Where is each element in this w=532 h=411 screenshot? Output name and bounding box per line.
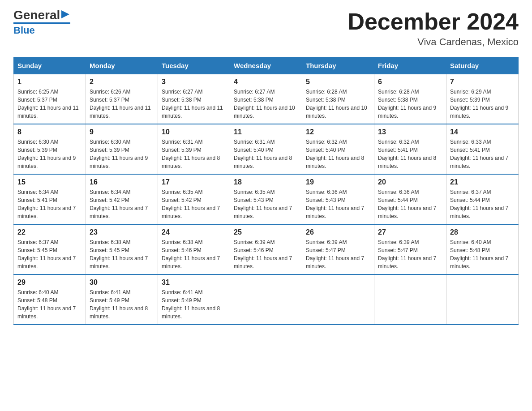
day-number: 27 (378, 228, 442, 236)
table-row: 31Sunrise: 6:41 AMSunset: 5:49 PMDayligh… (158, 274, 230, 325)
col-monday: Monday (86, 57, 158, 74)
day-number: 29 (17, 278, 82, 287)
day-info: Sunrise: 6:30 AMSunset: 5:39 PMDaylight:… (17, 138, 82, 170)
month-title: December 2024 (348, 9, 519, 34)
calendar-week-row: 8Sunrise: 6:30 AMSunset: 5:39 PMDaylight… (14, 124, 519, 174)
day-info: Sunrise: 6:35 AMSunset: 5:42 PMDaylight:… (162, 188, 226, 220)
day-number: 19 (306, 178, 370, 186)
day-info: Sunrise: 6:38 AMSunset: 5:45 PMDaylight:… (90, 238, 154, 270)
calendar-week-row: 1Sunrise: 6:25 AMSunset: 5:37 PMDaylight… (14, 74, 519, 124)
day-info: Sunrise: 6:39 AMSunset: 5:47 PMDaylight:… (378, 238, 442, 270)
day-number: 10 (162, 128, 226, 136)
day-number: 11 (234, 128, 298, 136)
day-info: Sunrise: 6:31 AMSunset: 5:40 PMDaylight:… (234, 138, 298, 170)
day-number: 13 (378, 128, 442, 136)
day-number: 1 (17, 78, 82, 86)
table-row: 25Sunrise: 6:39 AMSunset: 5:46 PMDayligh… (230, 224, 302, 274)
table-row: 8Sunrise: 6:30 AMSunset: 5:39 PMDaylight… (14, 124, 86, 174)
calendar-week-row: 22Sunrise: 6:37 AMSunset: 5:45 PMDayligh… (14, 224, 519, 274)
table-row: 7Sunrise: 6:29 AMSunset: 5:39 PMDaylight… (446, 74, 519, 124)
day-number: 26 (306, 228, 370, 236)
table-row (374, 274, 446, 325)
day-info: Sunrise: 6:32 AMSunset: 5:40 PMDaylight:… (306, 138, 370, 170)
table-row: 30Sunrise: 6:41 AMSunset: 5:49 PMDayligh… (86, 274, 158, 325)
table-row: 4Sunrise: 6:27 AMSunset: 5:38 PMDaylight… (230, 74, 302, 124)
table-row: 16Sunrise: 6:34 AMSunset: 5:42 PMDayligh… (86, 174, 158, 224)
day-number: 18 (234, 178, 298, 186)
day-info: Sunrise: 6:37 AMSunset: 5:45 PMDaylight:… (17, 238, 82, 270)
day-info: Sunrise: 6:41 AMSunset: 5:49 PMDaylight:… (162, 288, 226, 321)
day-number: 9 (90, 128, 154, 136)
day-info: Sunrise: 6:33 AMSunset: 5:41 PMDaylight:… (450, 138, 515, 170)
table-row: 14Sunrise: 6:33 AMSunset: 5:41 PMDayligh… (446, 124, 519, 174)
day-number: 28 (450, 228, 515, 236)
day-info: Sunrise: 6:29 AMSunset: 5:39 PMDaylight:… (450, 88, 515, 120)
calendar-week-row: 29Sunrise: 6:40 AMSunset: 5:48 PMDayligh… (14, 274, 519, 325)
day-number: 14 (450, 128, 515, 136)
day-info: Sunrise: 6:34 AMSunset: 5:41 PMDaylight:… (17, 188, 82, 220)
table-row: 23Sunrise: 6:38 AMSunset: 5:45 PMDayligh… (86, 224, 158, 274)
day-number: 17 (162, 178, 226, 186)
day-info: Sunrise: 6:26 AMSunset: 5:37 PMDaylight:… (90, 88, 154, 120)
day-info: Sunrise: 6:28 AMSunset: 5:38 PMDaylight:… (378, 88, 442, 120)
day-info: Sunrise: 6:27 AMSunset: 5:38 PMDaylight:… (234, 88, 298, 120)
logo-divider (13, 22, 70, 24)
day-info: Sunrise: 6:40 AMSunset: 5:48 PMDaylight:… (17, 288, 82, 321)
day-number: 6 (378, 78, 442, 86)
col-tuesday: Tuesday (158, 57, 230, 74)
table-row: 17Sunrise: 6:35 AMSunset: 5:42 PMDayligh… (158, 174, 230, 224)
table-row: 9Sunrise: 6:30 AMSunset: 5:39 PMDaylight… (86, 124, 158, 174)
table-row: 20Sunrise: 6:36 AMSunset: 5:44 PMDayligh… (374, 174, 446, 224)
table-row (230, 274, 302, 325)
day-number: 24 (162, 228, 226, 236)
col-friday: Friday (374, 57, 446, 74)
table-row (446, 274, 519, 325)
day-number: 12 (306, 128, 370, 136)
day-number: 7 (450, 78, 515, 86)
day-number: 22 (17, 228, 82, 236)
day-number: 30 (90, 278, 154, 287)
day-info: Sunrise: 6:38 AMSunset: 5:46 PMDaylight:… (162, 238, 226, 270)
table-row: 22Sunrise: 6:37 AMSunset: 5:45 PMDayligh… (14, 224, 86, 274)
day-info: Sunrise: 6:32 AMSunset: 5:41 PMDaylight:… (378, 138, 442, 170)
table-row: 2Sunrise: 6:26 AMSunset: 5:37 PMDaylight… (86, 74, 158, 124)
day-number: 15 (17, 178, 82, 186)
day-info: Sunrise: 6:39 AMSunset: 5:47 PMDaylight:… (306, 238, 370, 270)
col-wednesday: Wednesday (230, 57, 302, 74)
day-info: Sunrise: 6:41 AMSunset: 5:49 PMDaylight:… (90, 288, 154, 321)
day-number: 23 (90, 228, 154, 236)
day-number: 4 (234, 78, 298, 86)
table-row: 1Sunrise: 6:25 AMSunset: 5:37 PMDaylight… (14, 74, 86, 124)
day-number: 21 (450, 178, 515, 186)
page-header: General Blue December 2024 Viva Cardenas… (13, 9, 519, 48)
day-info: Sunrise: 6:36 AMSunset: 5:43 PMDaylight:… (306, 188, 370, 220)
col-thursday: Thursday (302, 57, 374, 74)
table-row: 29Sunrise: 6:40 AMSunset: 5:48 PMDayligh… (14, 274, 86, 325)
day-info: Sunrise: 6:34 AMSunset: 5:42 PMDaylight:… (90, 188, 154, 220)
col-sunday: Sunday (14, 57, 86, 74)
day-info: Sunrise: 6:27 AMSunset: 5:38 PMDaylight:… (162, 88, 226, 120)
table-row: 13Sunrise: 6:32 AMSunset: 5:41 PMDayligh… (374, 124, 446, 174)
logo-blue: Blue (13, 25, 35, 36)
day-info: Sunrise: 6:39 AMSunset: 5:46 PMDaylight:… (234, 238, 298, 270)
svg-marker-0 (61, 10, 69, 18)
table-row: 12Sunrise: 6:32 AMSunset: 5:40 PMDayligh… (302, 124, 374, 174)
logo-general: General (13, 9, 60, 21)
location-title: Viva Cardenas, Mexico (348, 36, 519, 48)
day-number: 5 (306, 78, 370, 86)
day-number: 3 (162, 78, 226, 86)
table-row: 18Sunrise: 6:35 AMSunset: 5:43 PMDayligh… (230, 174, 302, 224)
day-number: 25 (234, 228, 298, 236)
logo-triangle-icon (60, 9, 70, 19)
day-info: Sunrise: 6:37 AMSunset: 5:44 PMDaylight:… (450, 188, 515, 220)
table-row: 19Sunrise: 6:36 AMSunset: 5:43 PMDayligh… (302, 174, 374, 224)
table-row: 5Sunrise: 6:28 AMSunset: 5:38 PMDaylight… (302, 74, 374, 124)
calendar-week-row: 15Sunrise: 6:34 AMSunset: 5:41 PMDayligh… (14, 174, 519, 224)
day-info: Sunrise: 6:36 AMSunset: 5:44 PMDaylight:… (378, 188, 442, 220)
title-area: December 2024 Viva Cardenas, Mexico (348, 9, 519, 48)
calendar-table: Sunday Monday Tuesday Wednesday Thursday… (13, 57, 519, 325)
table-row: 3Sunrise: 6:27 AMSunset: 5:38 PMDaylight… (158, 74, 230, 124)
day-info: Sunrise: 6:25 AMSunset: 5:37 PMDaylight:… (17, 88, 82, 120)
table-row: 15Sunrise: 6:34 AMSunset: 5:41 PMDayligh… (14, 174, 86, 224)
day-number: 2 (90, 78, 154, 86)
